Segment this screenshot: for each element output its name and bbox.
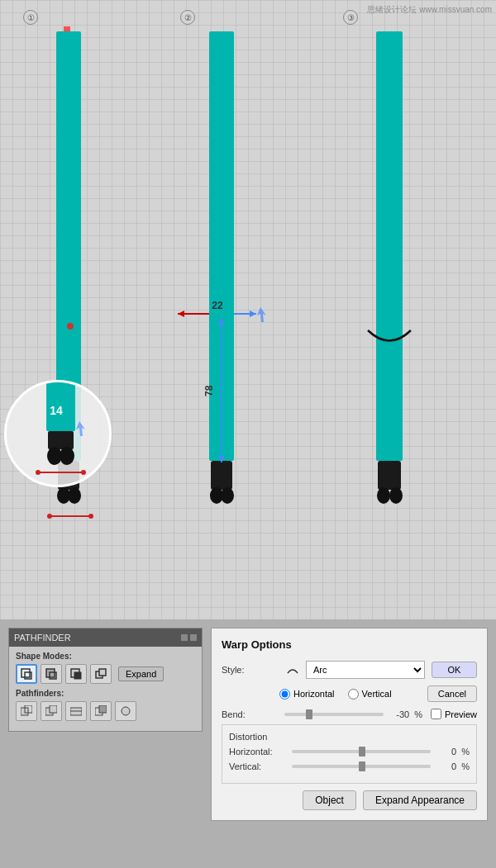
svg-point-35 (389, 487, 403, 504)
preview-checkbox-area: Preview (427, 709, 477, 719)
style-select[interactable]: Arc (306, 661, 425, 679)
style-row: Style: Arc OK (222, 661, 477, 679)
distortion-title: Distortion (229, 732, 470, 742)
vert-distortion-label: Vertical: (229, 761, 287, 771)
svg-rect-36 (21, 669, 30, 677)
pathfinders-row (16, 701, 195, 721)
dialog-footer: Object Expand Appearance (222, 790, 477, 810)
pen-2-svg: 22 78 (178, 25, 269, 586)
svg-point-13 (60, 447, 74, 465)
shape-mode-btn-2[interactable] (41, 664, 62, 684)
svg-rect-43 (99, 669, 106, 676)
step-2-label: ② (180, 10, 195, 25)
svg-rect-37 (25, 672, 31, 679)
pathfinder-panel: PATHFINDER Shape Modes: (8, 628, 203, 732)
step-3-label: ③ (343, 10, 358, 25)
warp-dialog: Warp Options Style: Arc OK Horizontal Ve… (211, 628, 488, 821)
pen-3-svg (343, 25, 442, 586)
vertical-label: Vertical (362, 689, 392, 699)
pathfinder-titlebar: PATHFINDER (9, 628, 202, 647)
svg-marker-27 (257, 307, 266, 322)
vert-distortion-row: Vertical: 0 % (229, 761, 470, 771)
dialog-title: Warp Options (222, 638, 477, 651)
svg-point-16 (81, 470, 86, 475)
bend-slider-track[interactable] (284, 713, 384, 716)
watermark: 思绪设计论坛 www.missvuan.com (367, 4, 492, 16)
pen-1-svg (25, 25, 116, 586)
svg-point-15 (36, 470, 41, 475)
preview-label: Preview (445, 709, 477, 719)
svg-rect-47 (50, 705, 57, 713)
object-button[interactable]: Object (303, 790, 356, 810)
svg-rect-32 (376, 31, 403, 461)
pathfinder-btn-5[interactable] (115, 701, 136, 721)
svg-rect-41 (74, 672, 81, 679)
vert-pct: % (461, 761, 470, 771)
svg-point-6 (47, 514, 52, 519)
panel-area: PATHFINDER Shape Modes: (0, 619, 496, 868)
preview-checkbox-row: Preview (431, 709, 477, 719)
svg-rect-51 (99, 705, 107, 713)
vertical-radio-input[interactable] (348, 689, 359, 700)
style-label: Style: (222, 665, 279, 675)
svg-marker-17 (76, 421, 85, 436)
horiz-distortion-row: Horizontal: 0 % (229, 747, 470, 757)
ok-button[interactable]: OK (432, 662, 477, 678)
vertical-radio[interactable]: Vertical (348, 689, 392, 700)
svg-point-34 (377, 487, 390, 504)
pathfinder-btn-2[interactable] (41, 701, 62, 721)
svg-rect-11 (48, 431, 74, 449)
zoom-circle: 14 (4, 380, 112, 487)
shape-mode-btn-3[interactable] (65, 664, 87, 684)
svg-point-21 (221, 487, 234, 504)
pathfinder-btn-4[interactable] (90, 701, 112, 721)
pathfinder-title: PATHFINDER (14, 633, 71, 643)
zoom-svg: 14 (7, 380, 109, 487)
bend-pct: % (414, 709, 422, 719)
panel-collapse-btn-2[interactable] (190, 634, 197, 641)
svg-point-4 (68, 487, 81, 504)
arc-icon (286, 663, 299, 676)
cancel-button[interactable]: Cancel (427, 685, 477, 702)
expand-button[interactable]: Expand (118, 666, 164, 681)
svg-marker-23 (178, 311, 184, 317)
shape-modes-row: Expand (16, 664, 195, 684)
horiz-distortion-slider[interactable] (292, 750, 431, 753)
horizontal-radio-input[interactable] (279, 689, 290, 700)
pathfinders-label: Pathfinders: (16, 689, 195, 698)
svg-text:78: 78 (203, 385, 215, 396)
vert-value: 0 (436, 761, 456, 771)
svg-text:22: 22 (212, 300, 223, 311)
shape-modes-label: Shape Modes: (16, 652, 195, 661)
vert-distortion-slider[interactable] (292, 765, 431, 768)
horizontal-label: Horizontal (293, 689, 335, 699)
svg-point-7 (88, 514, 93, 519)
bend-label: Bend: (222, 709, 279, 719)
svg-rect-38 (46, 669, 55, 677)
svg-rect-52 (122, 707, 130, 715)
step-1-label: ① (23, 10, 38, 25)
svg-rect-19 (211, 461, 232, 490)
horizontal-radio[interactable]: Horizontal (279, 689, 335, 700)
canvas-area: 思绪设计论坛 www.missvuan.com ① ② ③ (0, 0, 496, 619)
bend-value: -30 (389, 709, 409, 719)
vert-slider-thumb[interactable] (359, 761, 365, 771)
distortion-box: Distortion Horizontal: 0 % Vertical: 0 % (222, 724, 477, 784)
pathfinder-btn-3[interactable] (65, 701, 87, 721)
svg-text:14: 14 (50, 404, 63, 417)
panel-collapse-btn-1[interactable] (181, 634, 188, 641)
bend-row: Bend: -30 % Preview (222, 709, 477, 719)
pathfinder-btn-1[interactable] (16, 701, 37, 721)
preview-checkbox[interactable] (431, 709, 441, 719)
expand-appearance-button[interactable]: Expand Appearance (363, 790, 477, 810)
svg-point-8 (67, 323, 74, 330)
bend-slider-thumb[interactable] (306, 709, 312, 719)
orientation-group: Horizontal Vertical Cancel (279, 685, 477, 702)
svg-marker-25 (250, 311, 256, 317)
shape-mode-btn-1[interactable] (16, 664, 37, 684)
shape-mode-btn-4[interactable] (90, 664, 112, 684)
svg-rect-0 (64, 26, 70, 31)
horiz-distortion-label: Horizontal: (229, 747, 287, 757)
horiz-slider-thumb[interactable] (359, 747, 365, 757)
svg-rect-33 (378, 461, 401, 490)
